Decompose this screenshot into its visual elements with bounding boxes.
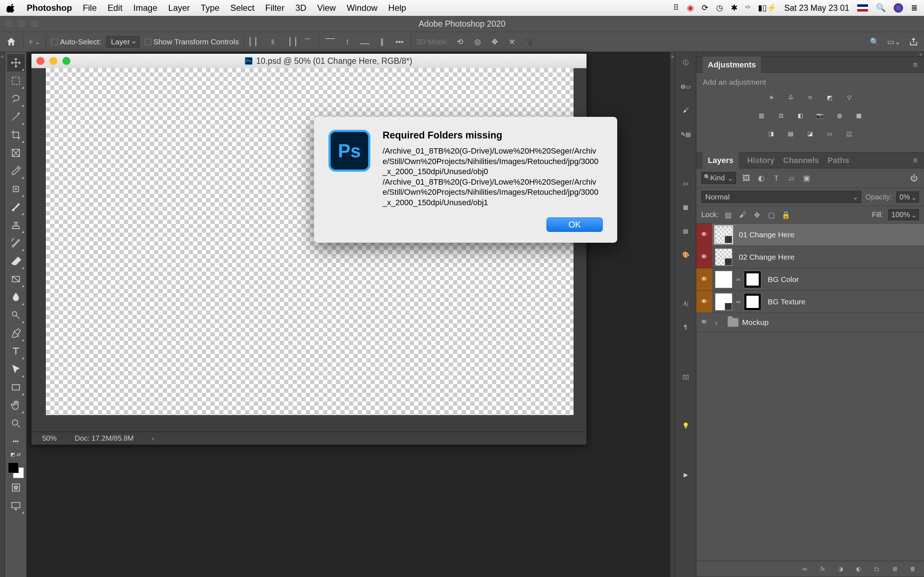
invert-icon[interactable]: ◨	[765, 127, 778, 140]
menu-3d[interactable]: 3D	[295, 3, 307, 13]
paragraph-panel-icon[interactable]: ¶	[679, 321, 692, 334]
home-button[interactable]	[4, 35, 18, 49]
lock-all-icon[interactable]: 🔒	[782, 210, 791, 220]
apple-logo-icon[interactable]	[6, 3, 16, 13]
edit-toolbar-button[interactable]: •••	[7, 433, 24, 450]
posterize-icon[interactable]: ▤	[784, 127, 797, 140]
learn-panel-icon[interactable]: 💡	[679, 419, 692, 432]
menu-type[interactable]: Type	[201, 3, 220, 13]
menu-file[interactable]: File	[82, 3, 97, 13]
opacity-field[interactable]: 0%	[896, 192, 919, 203]
share-icon[interactable]	[908, 36, 920, 48]
left-dock-collapse[interactable]: «	[0, 52, 5, 577]
filter-shape-icon[interactable]: ▱	[787, 173, 796, 183]
window-close-button[interactable]	[5, 20, 13, 28]
lasso-tool[interactable]	[7, 90, 24, 108]
layers-menu-icon[interactable]: ≡	[913, 156, 918, 165]
move-tool-icon[interactable]: ⌄	[29, 36, 41, 48]
visibility-toggle[interactable]: 👁	[696, 313, 712, 331]
layer-mask-thumbnail[interactable]	[744, 271, 761, 288]
menu-select[interactable]: Select	[230, 3, 254, 13]
visibility-toggle[interactable]: 👁	[696, 246, 712, 268]
brush-settings-panel-icon[interactable]: ✎▤	[679, 128, 692, 141]
fill-field[interactable]: 100%	[888, 209, 919, 220]
doc-minimize-button[interactable]	[50, 57, 57, 65]
lock-artboard-icon[interactable]: ▢	[767, 210, 776, 220]
filter-smart-icon[interactable]: ▣	[802, 173, 812, 183]
clone-stamp-tool[interactable]	[7, 216, 24, 234]
channels-tab[interactable]: Channels	[783, 156, 819, 165]
mask-link-icon[interactable]: ⫘	[735, 276, 741, 283]
group-expand-icon[interactable]: ›	[715, 318, 717, 327]
zoom-level[interactable]: 50%	[42, 434, 57, 443]
layer-filter-kind-dropdown[interactable]: Kind	[701, 172, 736, 184]
spotlight-icon[interactable]: 🔍	[876, 3, 886, 13]
filter-toggle-icon[interactable]: ⏻	[909, 173, 919, 183]
channel-mixer-icon[interactable]: ◍	[833, 109, 846, 122]
properties-panel-icon[interactable]: ⚙▭	[679, 80, 692, 93]
foreground-background-toggle[interactable]: ◩ ⇄	[7, 451, 24, 458]
gradient-map-icon[interactable]: ▭	[823, 127, 836, 140]
layer-name[interactable]: 01 Change Here	[739, 230, 795, 239]
filter-pixel-icon[interactable]: 🖼	[741, 173, 751, 183]
menu-view[interactable]: View	[317, 3, 336, 13]
align-right-icon[interactable]: ▕▕	[284, 36, 296, 48]
input-flag-icon[interactable]	[857, 4, 868, 11]
workspace-switcher-icon[interactable]: ▭⌄	[888, 36, 900, 48]
link-layers-icon[interactable]: ⫘	[800, 564, 809, 574]
quick-mask-toggle[interactable]	[7, 479, 24, 496]
eraser-tool[interactable]	[7, 253, 24, 270]
color-panel-icon[interactable]: ▭	[679, 177, 692, 190]
dodge-tool[interactable]	[7, 306, 24, 324]
menu-image[interactable]: Image	[133, 3, 157, 13]
gradient-tool[interactable]	[7, 271, 24, 288]
auto-select-target-dropdown[interactable]: Layer	[106, 36, 140, 48]
selective-color-icon[interactable]: ◫	[843, 127, 856, 140]
layer-row[interactable]: 👁 ⫘ BG Texture	[696, 291, 924, 313]
layer-row[interactable]: 👁 02 Change Here	[696, 246, 924, 268]
filter-adjustment-icon[interactable]: ◐	[756, 173, 766, 183]
visibility-toggle[interactable]: 👁	[696, 291, 712, 313]
threshold-icon[interactable]: ◪	[804, 127, 817, 140]
clock-icon[interactable]: ◷	[716, 3, 723, 13]
blur-tool[interactable]	[7, 288, 24, 306]
libraries-panel-icon[interactable]: ▯▯	[679, 370, 692, 383]
brightness-contrast-icon[interactable]: ☀	[765, 91, 778, 104]
mask-link-icon[interactable]: ⫘	[735, 298, 741, 305]
right-dock-collapse[interactable]: »	[670, 52, 675, 577]
color-balance-icon[interactable]: ⚖	[775, 109, 788, 122]
add-mask-icon[interactable]: ◑	[836, 564, 845, 574]
levels-icon[interactable]: ⏃	[784, 91, 797, 104]
new-layer-icon[interactable]: ⊞	[890, 564, 900, 574]
menu-help[interactable]: Help	[388, 3, 406, 13]
layer-row[interactable]: 👁 ⫘ BG Color	[696, 268, 924, 291]
sync-icon[interactable]: ⟳	[702, 3, 708, 13]
paths-tab[interactable]: Paths	[828, 156, 849, 165]
layer-name[interactable]: 02 Change Here	[739, 253, 795, 261]
show-transform-checkbox[interactable]: Show Transform Controls	[145, 37, 239, 46]
character-panel-icon[interactable]: A|	[679, 297, 692, 310]
history-brush-tool[interactable]	[7, 234, 24, 252]
layer-name[interactable]: BG Color	[768, 275, 799, 284]
layer-style-icon[interactable]: fx	[818, 564, 827, 574]
menu-layer[interactable]: Layer	[168, 3, 190, 13]
bluetooth-icon[interactable]: ✱	[731, 3, 737, 13]
magic-wand-tool[interactable]	[7, 108, 24, 126]
statusbar-caret-icon[interactable]: ›	[152, 434, 154, 443]
history-tab[interactable]: History	[747, 156, 775, 165]
notification-center-icon[interactable]: ≣	[911, 3, 918, 13]
healing-brush-tool[interactable]	[7, 180, 24, 198]
menu-edit[interactable]: Edit	[108, 3, 122, 13]
app-name[interactable]: Photoshop	[27, 3, 72, 13]
layer-group-row[interactable]: 👁 › Mockup	[696, 313, 924, 332]
filter-type-icon[interactable]: T	[771, 173, 782, 183]
align-hcenter-icon[interactable]: ⫴	[267, 36, 279, 48]
rectangle-tool[interactable]	[7, 379, 24, 396]
lock-position-icon[interactable]: ✥	[753, 210, 762, 220]
layer-row[interactable]: 👁 01 Change Here	[696, 224, 924, 246]
marquee-tool[interactable]	[7, 72, 24, 89]
curves-icon[interactable]: ⎋	[804, 91, 817, 104]
hand-tool[interactable]	[7, 397, 24, 414]
path-selection-tool[interactable]	[7, 361, 24, 378]
brushes-panel-icon[interactable]: 🖌	[679, 104, 692, 117]
